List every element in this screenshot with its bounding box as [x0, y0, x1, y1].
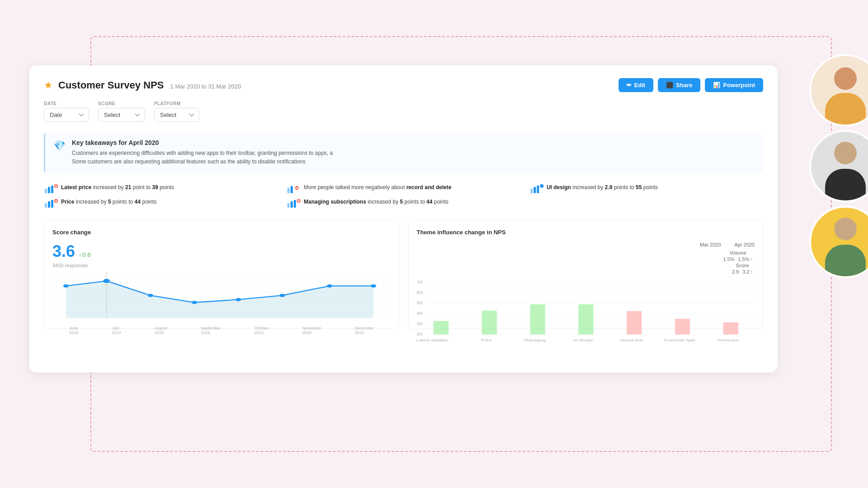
insight-item-2: More people talked more negatively about…: [286, 183, 520, 193]
avatars-container: [809, 54, 868, 278]
platform-filter-label: PLATFORM: [154, 101, 199, 106]
svg-rect-23: [294, 200, 296, 208]
svg-text:Managing: Managing: [524, 338, 545, 342]
svg-rect-13: [537, 186, 539, 193]
svg-rect-2: [51, 186, 53, 193]
vol-trend-icon: ↑: [751, 256, 753, 262]
avatar-person1: [809, 54, 868, 126]
svg-rect-60: [482, 311, 497, 335]
svg-rect-15: [45, 203, 47, 208]
filters-row: DATE Date Week Month SCORE Select All Pr…: [44, 101, 763, 122]
svg-rect-22: [291, 201, 293, 208]
score-filter-group: SCORE Select All Promoters Passives Detr…: [98, 101, 145, 122]
svg-point-36: [148, 294, 153, 297]
score-change-value: 0.6: [83, 251, 91, 258]
date-select[interactable]: Date Week Month: [44, 108, 89, 122]
date-filter-label: DATE: [44, 101, 89, 106]
share-button[interactable]: ⬛ Share: [658, 78, 700, 92]
card-header: ★ Customer Survey NPS 1 Mar 2020 to 31 M…: [44, 78, 763, 92]
avatar-person2: [809, 130, 868, 202]
score-trend-icon: ↑: [751, 269, 753, 274]
edit-label: Edit: [634, 82, 646, 88]
score-change: ↑ 0.6: [79, 251, 91, 258]
period2-score: 3.2 ↑: [742, 269, 753, 274]
score-responses: 3450 responses: [52, 263, 390, 268]
insight-text-2: More people talked more negatively about…: [304, 183, 451, 191]
insights-grid: Latest price increased by 21 point to 39…: [44, 183, 763, 208]
svg-point-35: [103, 279, 110, 283]
svg-rect-6: [287, 188, 290, 193]
score-label: Score: [736, 263, 749, 268]
svg-rect-64: [675, 319, 690, 335]
svg-text:50: 50: [417, 301, 422, 305]
insight-icon-4: [44, 199, 56, 208]
insight-icon-1: [44, 184, 56, 193]
svg-rect-65: [723, 322, 738, 335]
volume-label: Volume: [730, 250, 746, 256]
svg-rect-61: [530, 304, 545, 335]
title-label: Customer Survey NPS: [58, 79, 164, 91]
svg-rect-11: [530, 189, 533, 193]
edit-button[interactable]: ✏ Edit: [619, 78, 654, 92]
period1-score: 2.9: [732, 269, 739, 274]
score-display: 3.6 ↑ 0.6: [52, 242, 390, 261]
x-label-6: November2019: [302, 326, 321, 335]
period2-label: Apr 2020: [734, 242, 755, 247]
line-chart-svg: 3.0 2.5 1.5 1.0 0.5: [52, 273, 390, 322]
svg-rect-59: [433, 321, 448, 335]
bar-chart-svg: 70 60 50 40 30 20: [417, 278, 755, 344]
svg-point-37: [192, 301, 197, 304]
svg-rect-0: [45, 189, 47, 193]
insight-text-1: Latest price increased by 21 point to 39…: [61, 183, 174, 191]
score-select[interactable]: Select All Promoters Passives Detractors: [98, 108, 145, 122]
x-label-2: July2019: [112, 326, 121, 335]
takeaways-line2: Some customers are also requesting addit…: [72, 158, 333, 166]
x-label-3: August2019: [155, 326, 167, 335]
platform-select[interactable]: Select iOS Android Web: [154, 108, 199, 122]
svg-text:Customer type: Customer type: [664, 338, 695, 342]
powerpoint-icon: 📊: [713, 82, 720, 88]
svg-rect-1: [48, 187, 50, 193]
insight-item-3: UI design increased by 2.9 points to 55 …: [530, 183, 763, 193]
svg-rect-17: [51, 200, 53, 208]
svg-rect-12: [534, 187, 536, 193]
takeaways-title: Key takeaways for April 2020: [72, 139, 333, 146]
svg-text:20: 20: [417, 332, 422, 336]
theme-chart-title: Theme influence change in NPS: [417, 229, 755, 236]
svg-point-38: [235, 298, 241, 301]
takeaways-section: 💎 Key takeaways for April 2020 Customers…: [44, 133, 763, 172]
date-range: 1 Mar 2020 to 31 Mar 2020: [170, 83, 241, 90]
svg-text:record and: record and: [620, 338, 643, 342]
svg-point-41: [371, 284, 376, 288]
score-chart-card: Score change 3.6 ↑ 0.6 3450 responses: [44, 220, 399, 329]
svg-text:Latest updates: Latest updates: [417, 338, 448, 342]
svg-point-34: [63, 284, 69, 288]
takeaways-content: Key takeaways for April 2020 Customers a…: [72, 139, 333, 166]
takeaways-line1: Customers are experiencing difficulties …: [72, 149, 333, 158]
svg-rect-21: [287, 203, 290, 208]
insight-icon-3: [530, 184, 542, 193]
takeaways-icon: 💎: [53, 140, 66, 152]
x-label-7: December2019: [355, 326, 374, 335]
period1-label: Mar 2020: [700, 242, 721, 247]
svg-point-14: [540, 184, 544, 188]
date-filter-group: DATE Date Week Month: [44, 101, 89, 122]
page-title: Customer Survey NPS 1 Mar 2020 to 31 Mar…: [58, 79, 241, 91]
period1-volume: 1.5%: [723, 256, 734, 262]
svg-text:30: 30: [417, 321, 422, 326]
powerpoint-label: Powerpoint: [723, 82, 755, 88]
header-left: ★ Customer Survey NPS 1 Mar 2020 to 31 M…: [44, 79, 241, 91]
star-icon: ★: [44, 79, 53, 91]
insight-item-5: Managing subscriptions increased by 5 po…: [286, 198, 520, 208]
score-chart-title: Score change: [52, 229, 390, 236]
powerpoint-button[interactable]: 📊 Powerpoint: [705, 78, 763, 92]
edit-icon: ✏: [627, 82, 632, 88]
share-icon: ⬛: [666, 82, 673, 88]
theme-chart-card: Theme influence change in NPS Mar 2020 A…: [408, 220, 763, 329]
x-axis-labels: June2019 July2019 August2019 September20…: [52, 326, 390, 335]
insight-text-4: Price increased by 5 points to 44 points: [61, 198, 157, 206]
insight-item-1: Latest price increased by 21 point to 39…: [44, 183, 277, 193]
avatar-person3: [809, 206, 868, 278]
insight-icon-2: [286, 184, 299, 193]
charts-row: Score change 3.6 ↑ 0.6 3450 responses: [44, 220, 763, 329]
